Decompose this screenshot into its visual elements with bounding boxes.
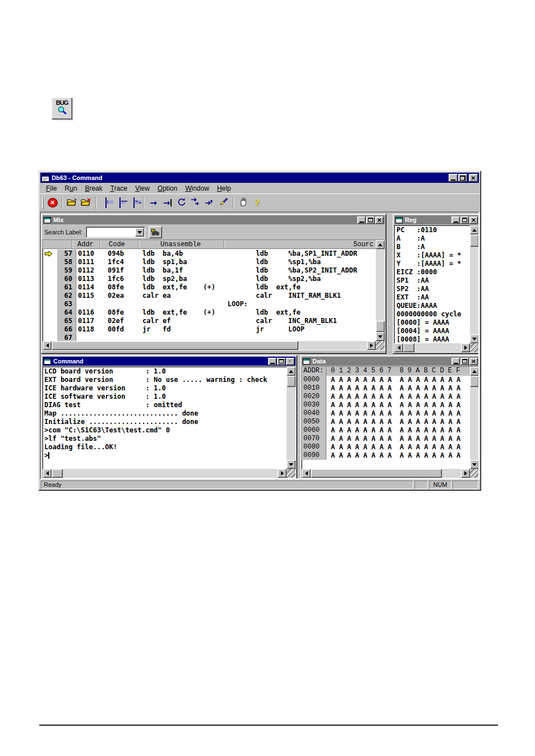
- reg-horizontal-scrollbar[interactable]: [394, 343, 470, 352]
- scrollbar-thumb[interactable]: [403, 343, 414, 352]
- command-vertical-scrollbar[interactable]: [287, 367, 296, 469]
- mix-row[interactable]: 62011502eacalr ea calr INIT_RAM_BLK1: [43, 292, 376, 300]
- data-vertical-scrollbar[interactable]: [470, 367, 479, 469]
- menu-item-break[interactable]: Break: [81, 184, 106, 193]
- mix-titlebar[interactable]: Mix ✕: [43, 215, 385, 224]
- arrow-to-bar-button[interactable]: →: [160, 196, 174, 210]
- stop-button[interactable]: ✕: [45, 196, 59, 210]
- data-row[interactable]: 0000A A A A A A A A A A A A A A A A: [302, 376, 470, 384]
- mix-close-button[interactable]: ✕: [375, 216, 384, 224]
- mix-row[interactable]: 570110094bldb ba,4b ldb %ba,SP1_INIT_ADD…: [43, 250, 376, 258]
- reg-minimize-button[interactable]: [451, 216, 460, 224]
- data-row[interactable]: 0040A A A A A A A A A A A A A A A A: [302, 409, 470, 418]
- scrollbar-thumb[interactable]: [52, 469, 63, 478]
- hand-button[interactable]: [236, 196, 250, 210]
- list-window-a-button[interactable]: [99, 196, 113, 210]
- mix-row[interactable]: 65011702efcalr ef calr INC_RAM_BLK1: [43, 317, 376, 325]
- scroll-right-button[interactable]: [461, 343, 470, 352]
- scrollbar-thumb[interactable]: [470, 234, 479, 247]
- mix-row[interactable]: 61011408feldb ext,fe (+) ldb ext,fe: [43, 283, 376, 292]
- arrow-hook-button[interactable]: [202, 196, 216, 210]
- resize-grip[interactable]: [287, 469, 296, 478]
- scroll-right-button[interactable]: [367, 341, 376, 350]
- scroll-up-button[interactable]: [287, 367, 296, 376]
- console-line[interactable]: >: [44, 451, 287, 460]
- question-mark-button[interactable]: ?: [250, 196, 264, 210]
- data-maximize-button[interactable]: [460, 358, 469, 365]
- mix-horizontal-scrollbar[interactable]: [43, 341, 376, 350]
- command-minimize-button[interactable]: [268, 358, 276, 365]
- mix-row[interactable]: 5801111fc4ldb sp1,ba ldb %sp1,%ba: [43, 258, 376, 266]
- scroll-left-button[interactable]: [43, 341, 52, 350]
- data-row[interactable]: 0020A A A A A A A A A A A A A A A A: [302, 393, 470, 401]
- circular-arrow-button[interactable]: [174, 196, 188, 210]
- app-titlebar[interactable]: Db63 - Command ✕: [40, 173, 479, 183]
- arrow-step-button[interactable]: [188, 196, 202, 210]
- scroll-up-button[interactable]: [376, 240, 385, 249]
- menu-item-file[interactable]: File: [42, 184, 61, 193]
- scroll-left-button[interactable]: [302, 469, 311, 478]
- scrollbar-thumb[interactable]: [311, 469, 442, 478]
- menu-item-trace[interactable]: Trace: [107, 184, 131, 193]
- scroll-left-button[interactable]: [43, 469, 52, 478]
- scroll-down-button[interactable]: [470, 334, 479, 343]
- mix-row[interactable]: 6001131fc6ldb sp2,ba ldb %sp2,%ba: [43, 275, 376, 283]
- data-row[interactable]: 0090A A A A A A A A A A A A A A A A: [302, 451, 470, 460]
- mix-row[interactable]: 590112091fldb ba,1f ldb %ba,SP2_INIT_ADD…: [43, 266, 376, 275]
- resize-grip[interactable]: [376, 341, 385, 350]
- mix-header-code[interactable]: Code: [109, 241, 125, 248]
- open-folder-button[interactable]: [65, 196, 79, 210]
- arrow-right-button[interactable]: →: [146, 196, 160, 210]
- command-maximize-button[interactable]: [277, 358, 285, 365]
- data-row[interactable]: 0070A A A A A A A A A A A A A A A A: [302, 435, 470, 443]
- menu-item-help[interactable]: Help: [213, 184, 235, 193]
- scrollbar-thumb[interactable]: [376, 321, 385, 332]
- scrollbar-thumb[interactable]: [470, 376, 479, 387]
- scroll-right-button[interactable]: [278, 469, 287, 478]
- debugger-shortcut-button[interactable]: BUG: [52, 98, 72, 119]
- command-titlebar[interactable]: Command ✕: [43, 357, 296, 366]
- menu-item-window[interactable]: Window: [181, 184, 213, 193]
- mix-minimize-button[interactable]: [357, 216, 366, 224]
- mix-row[interactable]: 63 LOOP:: [43, 300, 376, 308]
- data-close-button[interactable]: ✕: [469, 358, 478, 365]
- mix-row[interactable]: 64011608feldb ext,fe (+) ldb ext,fe: [43, 308, 376, 317]
- search-combobox[interactable]: [86, 227, 145, 238]
- scrollbar-thumb[interactable]: [52, 341, 298, 350]
- scroll-down-button[interactable]: [470, 460, 479, 469]
- mix-row[interactable]: 66011800fdjr fd jr LOOP: [43, 325, 376, 334]
- command-horizontal-scrollbar[interactable]: [43, 469, 287, 478]
- list-window-b-button[interactable]: [113, 196, 127, 210]
- reg-titlebar[interactable]: Reg ✕: [394, 215, 479, 224]
- reg-vertical-scrollbar[interactable]: [470, 225, 479, 343]
- mix-maximize-button[interactable]: [366, 216, 375, 224]
- open-folder-command-button[interactable]: [79, 196, 93, 210]
- resize-grip[interactable]: [470, 343, 479, 352]
- data-minimize-button[interactable]: [451, 358, 460, 365]
- brush-button[interactable]: [216, 196, 230, 210]
- scroll-down-button[interactable]: [287, 460, 296, 469]
- reg-close-button[interactable]: ✕: [469, 216, 478, 224]
- mix-row[interactable]: 67: [43, 334, 376, 341]
- data-horizontal-scrollbar[interactable]: [302, 469, 470, 478]
- command-console[interactable]: LCD board version : 1.0EXT board version…: [42, 366, 296, 478]
- scroll-down-button[interactable]: [376, 332, 385, 341]
- combo-dropdown-button[interactable]: [135, 228, 144, 237]
- data-row[interactable]: 0030A A A A A A A A A A A A A A A A: [302, 401, 470, 409]
- mix-vertical-scrollbar[interactable]: [376, 240, 385, 341]
- resize-grip[interactable]: [470, 469, 479, 478]
- minimize-button[interactable]: [449, 174, 458, 182]
- mix-header-unassemble[interactable]: Unassemble: [160, 241, 201, 248]
- list-window-c-button[interactable]: [127, 196, 141, 210]
- reg-maximize-button[interactable]: [460, 216, 469, 224]
- mix-header-source[interactable]: Sourc: [353, 241, 373, 248]
- toolbar-grab-handle[interactable]: [42, 197, 44, 209]
- restore-button[interactable]: [458, 174, 467, 182]
- close-button[interactable]: ✕: [469, 174, 478, 182]
- data-row[interactable]: 0050A A A A A A A A A A A A A A A A: [302, 418, 470, 426]
- search-find-button[interactable]: [149, 226, 162, 238]
- scroll-up-button[interactable]: [470, 225, 479, 234]
- mix-header-addr[interactable]: Addr: [77, 241, 94, 248]
- data-row[interactable]: 0080A A A A A A A A A A A A A A A A: [302, 443, 470, 451]
- menu-item-view[interactable]: View: [131, 184, 154, 193]
